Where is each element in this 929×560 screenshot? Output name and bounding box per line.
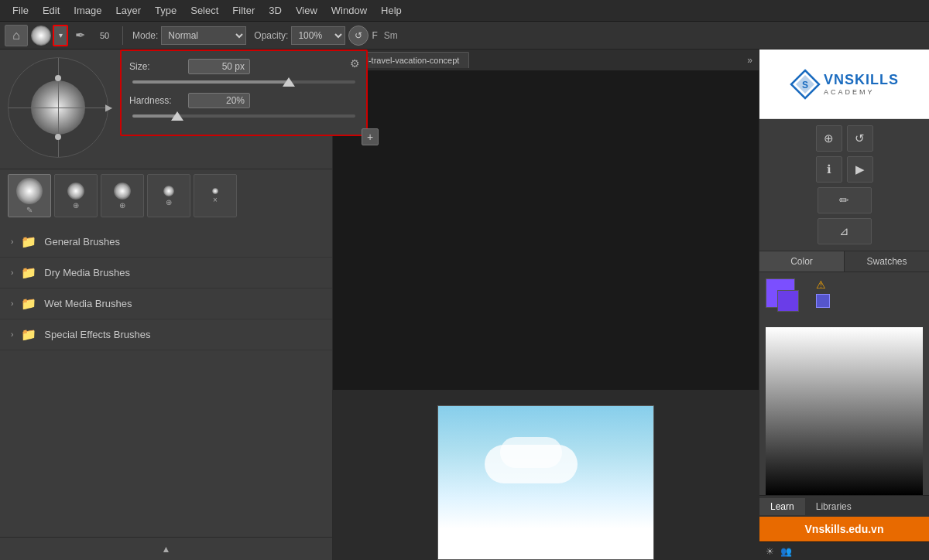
hardness-slider-thumb[interactable] [171,111,183,121]
smoothing-label: Sm [384,30,398,41]
category-dry-label: Dry Media Brushes [44,267,130,278]
info-button[interactable]: ℹ [816,156,842,183]
scroll-bottom-bar: ▲ [0,537,332,560]
flow-label: F [372,30,377,41]
color-swatches-area: ⚠ [759,272,929,327]
menu-edit[interactable]: Edit [36,2,66,19]
size-value[interactable]: 50 px [188,59,250,74]
right-tools-area: ⊕ ↺ ℹ ▶ ✏ ⊿ [759,119,929,251]
preset-item-1[interactable]: ✎ [8,174,51,217]
scroll-up-icon[interactable]: ▲ [162,544,171,555]
size-slider-container [129,80,358,84]
size-slider-thumb[interactable] [283,77,295,87]
size-slider-track[interactable] [132,80,355,84]
tab-color[interactable]: Color [759,251,845,271]
play-button[interactable]: ▶ [847,156,873,183]
panel-expand-right-icon[interactable]: » [747,55,752,66]
mode-label: Mode: [132,30,158,41]
3d-undo-button[interactable]: ↺ [847,125,873,152]
brush-dropdown-button[interactable]: ▾ [53,25,68,46]
logo-area: S VNSKILLS ACADEMY [759,50,929,119]
menu-filter[interactable]: Filter [226,2,261,19]
svg-text:S: S [802,80,808,90]
right-tools-row-1: ⊕ ↺ [816,125,873,152]
brush-preview-icon[interactable] [31,26,51,46]
chevron-wet-icon: › [11,299,13,308]
color-cube-icon[interactable] [816,294,830,308]
hardness-slider-container [129,114,358,118]
category-dry-media-brushes[interactable]: › 📁 Dry Media Brushes [0,258,332,289]
menu-window[interactable]: Window [325,2,373,19]
tab-libraries[interactable]: Libraries [805,498,862,515]
category-general-brushes[interactable]: › 📁 General Brushes [0,227,332,258]
logo-diamond-icon: S [790,69,821,100]
preset-dot-5 [212,188,218,194]
menu-bar: File Edit Image Layer Type Select Filter… [0,0,929,22]
brush-size-popup: ⚙ Size: 50 px Hardness: 20% [120,50,368,136]
tab-learn[interactable]: Learn [759,498,805,515]
hardness-slider-track[interactable] [132,114,355,118]
preset-item-3[interactable]: ⊕ [101,174,144,217]
cloud-2 [500,437,562,468]
home-button[interactable]: ⌂ [5,25,28,46]
flow-toggle-button[interactable]: ↺ [348,26,369,46]
vnskills-banner[interactable]: Vnskills.edu.vn [759,517,929,541]
color-gradient-picker[interactable] [766,327,923,495]
3d-rotate-button[interactable]: ⊕ [816,125,842,152]
right-tools-row-4: ⊿ [818,218,872,244]
category-special-label: Special Effects Brushes [44,329,150,340]
preview-handle-top[interactable] [55,75,61,81]
paint-brush-button[interactable]: ✏ [818,187,872,213]
opacity-select[interactable]: 100% 75% 50% [291,26,345,45]
main-area: ▶ ⚙ Size: 50 px Hardness: 20% [0,50,929,560]
toolbar: ⌂ ▾ ✒ 50 Mode: Normal Dissolve Multiply … [0,22,929,50]
gamut-warning-icon[interactable]: ⚠ [816,278,830,291]
preview-handle-bottom[interactable] [55,134,61,140]
menu-type[interactable]: Type [149,2,183,19]
preset-item-5[interactable]: × [194,174,237,217]
right-panel: S VNSKILLS ACADEMY ⊕ ↺ ℹ ▶ ✏ ⊿ [759,50,929,560]
menu-3d[interactable]: 3D [262,2,288,19]
brush-categories-list: › 📁 General Brushes › 📁 Dry Media Brushe… [0,222,332,537]
size-label: Size: [129,61,183,72]
add-preset-button[interactable]: + [362,128,379,145]
menu-view[interactable]: View [290,2,324,19]
preset-item-4[interactable]: ⊕ [147,174,190,217]
people-icon: 👥 [780,546,792,557]
menu-file[interactable]: File [6,2,35,19]
brush-preview-area: ▶ [8,57,108,158]
brush-edit-button[interactable]: ✒ [70,26,90,46]
mode-select[interactable]: Normal Dissolve Multiply Screen [161,26,246,45]
hardness-value[interactable]: 20% [188,93,250,108]
canvas-area: « nd-travel-vacation-concept » [333,50,759,560]
menu-image[interactable]: Image [67,2,108,19]
canvas-tab-bar: « nd-travel-vacation-concept » [333,50,759,71]
preset-dot-4 [163,186,174,196]
chevron-general-icon: › [11,237,13,246]
preset-icon-3: ⊕ [119,201,125,210]
canvas-main-area[interactable] [333,71,759,560]
canvas-image-thumbnail [437,405,654,560]
preset-dot-3 [114,183,131,200]
preset-item-2[interactable]: ⊕ [54,174,98,217]
color-swatch-container [766,278,808,321]
chevron-special-icon: › [11,330,13,339]
preset-dot-2 [67,183,84,200]
logo-sub-text: ACADEMY [824,88,899,96]
category-special-effects-brushes[interactable]: › 📁 Special Effects Brushes [0,319,332,350]
category-wet-media-brushes[interactable]: › 📁 Wet Media Brushes [0,289,332,319]
folder-wet-icon: 📁 [21,296,36,311]
category-general-label: General Brushes [44,236,120,248]
tab-swatches[interactable]: Swatches [845,251,929,271]
background-color-swatch[interactable] [777,290,799,312]
menu-layer[interactable]: Layer [110,2,148,19]
menu-select[interactable]: Select [184,2,225,19]
selection-button[interactable]: ⊿ [818,218,872,244]
menu-help[interactable]: Help [375,2,408,19]
popup-settings-icon[interactable]: ⚙ [350,57,360,70]
preset-dot-1 [16,178,43,204]
folder-dry-icon: 📁 [21,265,36,280]
vnskills-url-text: Vnskills.edu.vn [805,523,884,535]
preview-arrow-icon: ▶ [105,102,112,113]
color-indicator-group: ⚠ [816,278,830,308]
